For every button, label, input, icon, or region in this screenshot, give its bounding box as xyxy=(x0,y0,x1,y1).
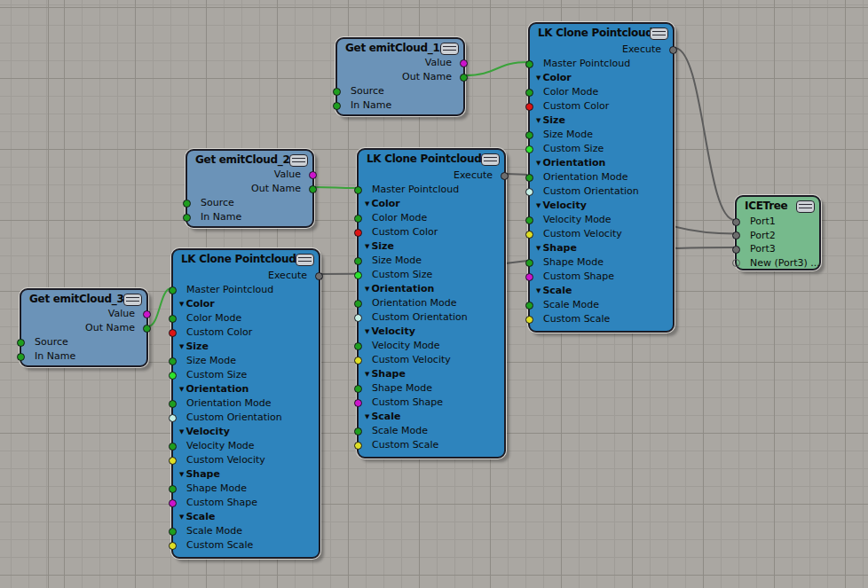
collapse-triangle-icon[interactable]: ▼ xyxy=(536,202,541,209)
section-label[interactable]: ▼Velocity xyxy=(365,325,415,337)
port-custom-shape[interactable] xyxy=(354,399,362,407)
port-custom-scale[interactable] xyxy=(169,542,177,550)
section-label[interactable]: ▼Orientation xyxy=(536,157,605,169)
port-shape-mode[interactable] xyxy=(525,259,533,267)
port-value[interactable] xyxy=(460,59,468,67)
collapse-triangle-icon[interactable]: ▼ xyxy=(179,514,184,521)
node-menu-icon[interactable] xyxy=(481,153,500,166)
port-velocity-mode[interactable] xyxy=(169,443,177,451)
port-custom-size[interactable] xyxy=(169,372,177,380)
port-color-mode[interactable] xyxy=(169,315,177,323)
port-port1[interactable] xyxy=(732,218,740,226)
port-size-mode[interactable] xyxy=(525,131,533,139)
port-custom-scale[interactable] xyxy=(525,316,533,324)
port-custom-color[interactable] xyxy=(169,329,177,337)
port-custom-scale[interactable] xyxy=(354,442,362,450)
port-custom-shape[interactable] xyxy=(525,273,533,281)
port-orientation-mode[interactable] xyxy=(525,174,533,182)
port-custom-size[interactable] xyxy=(525,145,533,153)
port-custom-size[interactable] xyxy=(354,271,362,279)
collapse-triangle-icon[interactable]: ▼ xyxy=(365,286,369,293)
section-label[interactable]: ▼Shape xyxy=(179,468,220,480)
port-velocity-mode[interactable] xyxy=(525,216,533,224)
collapse-triangle-icon[interactable]: ▼ xyxy=(179,301,184,308)
section-label[interactable]: ▼Shape xyxy=(365,368,406,380)
collapse-triangle-icon[interactable]: ▼ xyxy=(536,287,541,294)
port-custom-orientation[interactable] xyxy=(169,414,177,422)
port-master-pointcloud[interactable] xyxy=(169,286,177,294)
wire-get-emitcloud-3-to-lk-clone-bot[interactable] xyxy=(148,288,171,326)
collapse-triangle-icon[interactable]: ▼ xyxy=(365,243,369,250)
port-master-pointcloud[interactable] xyxy=(525,60,533,68)
collapse-triangle-icon[interactable]: ▼ xyxy=(179,343,184,350)
node-lk-clone-bot[interactable]: LK Clone PointcloudExecuteMaster Pointcl… xyxy=(171,248,320,559)
port-port2[interactable] xyxy=(732,231,740,239)
port-new-port3[interactable] xyxy=(732,259,740,267)
section-label[interactable]: ▼Color xyxy=(536,72,572,83)
node-menu-icon[interactable] xyxy=(796,200,815,213)
port-master-pointcloud[interactable] xyxy=(354,186,362,194)
collapse-triangle-icon[interactable]: ▼ xyxy=(179,471,184,478)
port-custom-velocity[interactable] xyxy=(525,231,533,239)
port-source[interactable] xyxy=(183,200,191,208)
port-color-mode[interactable] xyxy=(525,89,533,97)
collapse-triangle-icon[interactable]: ▼ xyxy=(536,245,541,252)
section-label[interactable]: ▼Orientation xyxy=(179,383,249,395)
port-custom-color[interactable] xyxy=(354,229,362,237)
collapse-triangle-icon[interactable]: ▼ xyxy=(536,160,541,167)
port-scale-mode[interactable] xyxy=(525,302,533,310)
port-custom-orientation[interactable] xyxy=(525,188,533,196)
port-shape-mode[interactable] xyxy=(169,485,177,493)
port-execute[interactable] xyxy=(315,272,323,280)
collapse-triangle-icon[interactable]: ▼ xyxy=(536,117,541,124)
node-menu-icon[interactable] xyxy=(296,254,314,266)
node-lk-clone-mid[interactable]: LK Clone PointcloudExecuteMaster Pointcl… xyxy=(357,148,506,459)
node-lk-clone-top[interactable]: LK Clone PointcloudExecuteMaster Pointcl… xyxy=(528,22,675,333)
node-get-emitcloud-1[interactable]: Get emitCloud_1ValueOut NameSourceIn Nam… xyxy=(335,37,465,116)
port-execute[interactable] xyxy=(501,172,509,180)
collapse-triangle-icon[interactable]: ▼ xyxy=(179,428,184,435)
node-icetree[interactable]: ICETreePort1Port2Port3New (Port3) ... xyxy=(735,195,821,270)
wire-get-emitcloud-2-to-lk-clone-mid[interactable] xyxy=(314,187,357,188)
collapse-triangle-icon[interactable]: ▼ xyxy=(179,386,184,393)
section-label[interactable]: ▼Velocity xyxy=(536,200,587,211)
port-in-name[interactable] xyxy=(183,214,191,222)
collapse-triangle-icon[interactable]: ▼ xyxy=(365,328,369,335)
node-menu-icon[interactable] xyxy=(440,43,459,55)
port-scale-mode[interactable] xyxy=(169,528,177,536)
node-get-emitcloud-2[interactable]: Get emitCloud_2ValueOut NameSourceIn Nam… xyxy=(185,149,314,228)
collapse-triangle-icon[interactable]: ▼ xyxy=(365,413,369,420)
port-velocity-mode[interactable] xyxy=(354,342,362,350)
port-execute[interactable] xyxy=(669,46,677,54)
section-label[interactable]: ▼Color xyxy=(179,298,215,310)
port-source[interactable] xyxy=(17,339,25,347)
port-color-mode[interactable] xyxy=(354,215,362,223)
section-label[interactable]: ▼Size xyxy=(179,341,209,352)
node-menu-icon[interactable] xyxy=(650,27,668,40)
node-menu-icon[interactable] xyxy=(289,154,308,167)
port-size-mode[interactable] xyxy=(354,257,362,265)
port-out-name[interactable] xyxy=(309,185,317,193)
node-get-emitcloud-3[interactable]: Get emitCloud_3ValueOut NameSourceIn Nam… xyxy=(20,288,148,367)
collapse-triangle-icon[interactable]: ▼ xyxy=(365,371,369,378)
port-in-name[interactable] xyxy=(333,102,341,110)
node-menu-icon[interactable] xyxy=(123,294,142,306)
port-source[interactable] xyxy=(333,88,341,96)
section-label[interactable]: ▼Scale xyxy=(179,511,216,522)
section-label[interactable]: ▼Size xyxy=(536,114,565,126)
port-custom-velocity[interactable] xyxy=(169,457,177,465)
port-custom-color[interactable] xyxy=(525,103,533,111)
port-value[interactable] xyxy=(143,310,151,318)
port-size-mode[interactable] xyxy=(169,357,177,365)
collapse-triangle-icon[interactable]: ▼ xyxy=(536,74,541,82)
section-label[interactable]: ▼Velocity xyxy=(179,426,230,437)
ice-tree-canvas[interactable]: Get emitCloud_1ValueOut NameSourceIn Nam… xyxy=(0,0,868,588)
port-port3[interactable] xyxy=(732,246,740,254)
port-custom-orientation[interactable] xyxy=(354,314,362,322)
port-value[interactable] xyxy=(309,171,317,179)
port-out-name[interactable] xyxy=(460,74,468,82)
wire-lk-clone-top-to-icetree[interactable] xyxy=(675,48,735,220)
port-scale-mode[interactable] xyxy=(354,427,362,435)
section-label[interactable]: ▼Orientation xyxy=(365,283,434,294)
port-orientation-mode[interactable] xyxy=(169,400,177,408)
